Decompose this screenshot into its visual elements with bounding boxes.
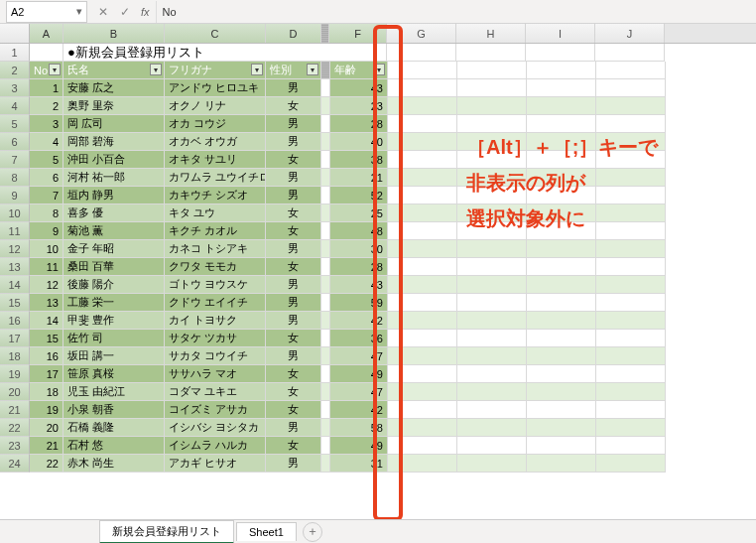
cell-sex[interactable]: 男	[266, 419, 321, 437]
cell-kana[interactable]: クドウ エイイチ	[165, 294, 266, 312]
row-header[interactable]: 2	[0, 62, 30, 79]
cell-kana[interactable]: イシバシ ヨシタカ	[165, 419, 266, 437]
col-H[interactable]: H	[456, 24, 526, 43]
formula-bar[interactable]: No	[156, 1, 756, 23]
row-header[interactable]: 24	[0, 455, 30, 473]
cell-name[interactable]: 甲斐 豊作	[63, 312, 165, 330]
th-age[interactable]: 年齢▾	[330, 62, 388, 79]
cell-name[interactable]: 桑田 百華	[63, 258, 165, 276]
cell-no[interactable]: 21	[30, 437, 63, 455]
cell-no[interactable]: 5	[30, 151, 63, 169]
row-header[interactable]: 17	[0, 330, 30, 347]
row-header[interactable]: 20	[0, 383, 30, 401]
cell-no[interactable]: 3	[30, 115, 63, 133]
cell-name[interactable]: 河村 祐一郎	[63, 169, 165, 187]
cell-age[interactable]: 48	[330, 222, 388, 240]
cell-kana[interactable]: アカギ ヒサオ	[165, 455, 266, 473]
cell-kana[interactable]: キクチ カオル	[165, 222, 266, 240]
cell-age[interactable]: 49	[330, 365, 388, 383]
cell-age[interactable]: 42	[330, 312, 388, 330]
cell-name[interactable]: 石村 悠	[63, 437, 165, 455]
cell-sex[interactable]: 女	[266, 383, 321, 401]
cell-sex[interactable]: 女	[266, 330, 321, 347]
cell-kana[interactable]: キタ ユウ	[165, 204, 266, 222]
cell-no[interactable]: 16	[30, 347, 63, 365]
cell-age[interactable]: 52	[330, 187, 388, 204]
row-header[interactable]: 6	[0, 133, 30, 151]
cell-kana[interactable]: ゴトウ ヨウスケ	[165, 276, 266, 294]
th-kana[interactable]: フリガナ▾	[165, 62, 266, 79]
cell-age[interactable]: 49	[330, 437, 388, 455]
cell-name[interactable]: 工藤 栄一	[63, 294, 165, 312]
cell-age[interactable]: 58	[330, 419, 388, 437]
cell-age[interactable]: 47	[330, 383, 388, 401]
cell-sex[interactable]: 女	[266, 365, 321, 383]
cell-name[interactable]: 後藤 陽介	[63, 276, 165, 294]
cell-name[interactable]: 笹原 真桜	[63, 365, 165, 383]
cell-no[interactable]: 11	[30, 258, 63, 276]
col-B[interactable]: B	[63, 24, 165, 43]
cell-age[interactable]: 36	[330, 330, 388, 347]
col-hidden[interactable]	[321, 24, 329, 43]
cell-no[interactable]: 20	[30, 419, 63, 437]
name-box[interactable]: A2 ▾	[6, 1, 87, 23]
cell-kana[interactable]: サカタ コウイチ	[165, 347, 266, 365]
cell-no[interactable]: 14	[30, 312, 63, 330]
cell-name[interactable]: 菊池 薫	[63, 222, 165, 240]
cell-age[interactable]: 21	[330, 169, 388, 187]
col-I[interactable]: I	[526, 24, 595, 43]
cell-age[interactable]: 38	[330, 151, 388, 169]
row-header[interactable]: 8	[0, 169, 30, 187]
add-sheet-icon[interactable]: ＋	[303, 522, 322, 542]
chevron-down-icon[interactable]: ▾	[76, 5, 82, 18]
cell-name[interactable]: 岡部 碧海	[63, 133, 165, 151]
cell-kana[interactable]: カイ トヨサク	[165, 312, 266, 330]
fx-icon[interactable]: fx	[141, 6, 150, 18]
cell-kana[interactable]: カネコ トシアキ	[165, 240, 266, 258]
cell-kana[interactable]: オキタ サユリ	[165, 151, 266, 169]
cell-kana[interactable]: オカベ オウガ	[165, 133, 266, 151]
cell-age[interactable]: 43	[330, 276, 388, 294]
cell-age[interactable]: 47	[330, 347, 388, 365]
cell-kana[interactable]: ササハラ マオ	[165, 365, 266, 383]
cell-kana[interactable]: イシムラ ハルカ	[165, 437, 266, 455]
cancel-icon[interactable]: ✕	[95, 5, 111, 19]
cell-kana[interactable]: カキウチ シズオ	[165, 187, 266, 204]
row-header[interactable]: 21	[0, 401, 30, 419]
cell-no[interactable]: 7	[30, 187, 63, 204]
cell-sex[interactable]: 男	[266, 79, 321, 97]
cell-kana[interactable]: アンドウ ヒロユキ	[165, 79, 266, 97]
cell-sex[interactable]: 女	[266, 437, 321, 455]
cell-sex[interactable]: 男	[266, 187, 321, 204]
cell-sex[interactable]: 男	[266, 455, 321, 473]
cell-age[interactable]: 40	[330, 133, 388, 151]
cell-no[interactable]: 1	[30, 79, 63, 97]
cell-sex[interactable]: 男	[266, 169, 321, 187]
cell-age[interactable]: 59	[330, 294, 388, 312]
row-header[interactable]: 5	[0, 115, 30, 133]
cell-name[interactable]: 垣内 静男	[63, 187, 165, 204]
cell-no[interactable]: 13	[30, 294, 63, 312]
cell-sex[interactable]: 女	[266, 258, 321, 276]
row-header[interactable]: 10	[0, 204, 30, 222]
cell-kana[interactable]: コイズミ アサカ	[165, 401, 266, 419]
cell-sex[interactable]: 男	[266, 240, 321, 258]
row-header[interactable]: 4	[0, 97, 30, 115]
cell-name[interactable]: 金子 年昭	[63, 240, 165, 258]
spreadsheet-grid[interactable]: A B C D F G H I J 1 ●新規会員登録用リスト 2 No▾ 氏名…	[0, 24, 756, 473]
cell-sex[interactable]: 女	[266, 97, 321, 115]
select-all-corner[interactable]	[0, 24, 30, 43]
cell-kana[interactable]: クワタ モモカ	[165, 258, 266, 276]
cell-age[interactable]: 31	[330, 455, 388, 473]
col-J[interactable]: J	[595, 24, 665, 43]
filter-icon[interactable]: ▾	[373, 64, 385, 75]
cell-sex[interactable]: 男	[266, 115, 321, 133]
cell-no[interactable]: 12	[30, 276, 63, 294]
cell-kana[interactable]: コダマ ユキエ	[165, 383, 266, 401]
col-D[interactable]: D	[266, 24, 321, 43]
th-sex[interactable]: 性別▾	[266, 62, 321, 79]
cell-age[interactable]: 25	[330, 204, 388, 222]
cell-kana[interactable]: オカ コウジ	[165, 115, 266, 133]
cell-sex[interactable]: 女	[266, 151, 321, 169]
filter-icon[interactable]: ▾	[307, 64, 318, 75]
